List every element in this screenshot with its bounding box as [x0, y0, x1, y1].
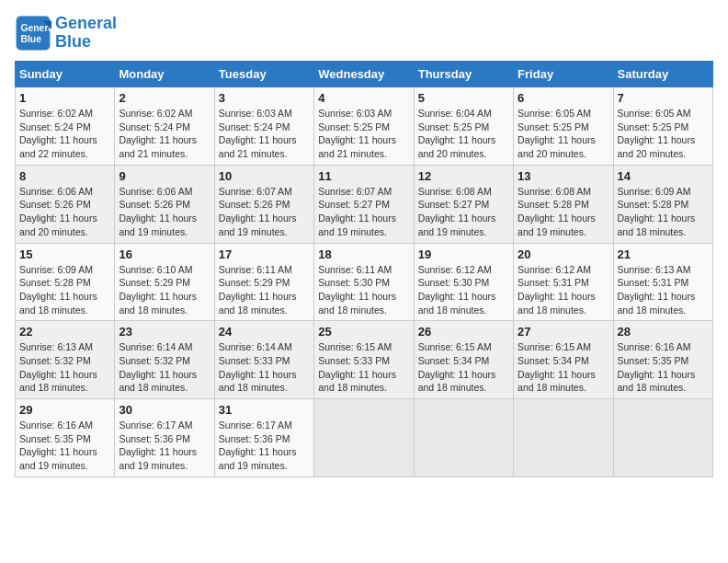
calendar-week-1: 1Sunrise: 6:02 AM Sunset: 5:24 PM Daylig…	[16, 87, 713, 166]
calendar-cell: 16Sunrise: 6:10 AM Sunset: 5:29 PM Dayli…	[115, 243, 214, 321]
calendar-cell: 11Sunrise: 6:07 AM Sunset: 5:27 PM Dayli…	[314, 165, 414, 243]
calendar-week-5: 29Sunrise: 6:16 AM Sunset: 5:35 PM Dayli…	[16, 399, 713, 477]
day-detail: Sunrise: 6:03 AM Sunset: 5:24 PM Dayligh…	[219, 107, 310, 161]
calendar-container: General Blue GeneralBlue SundayMondayTue…	[15, 15, 713, 477]
calendar-cell: 5Sunrise: 6:04 AM Sunset: 5:25 PM Daylig…	[414, 87, 513, 166]
day-number: 24	[219, 325, 310, 339]
day-number: 18	[318, 247, 409, 261]
day-detail: Sunrise: 6:15 AM Sunset: 5:34 PM Dayligh…	[418, 340, 509, 395]
day-detail: Sunrise: 6:09 AM Sunset: 5:28 PM Dayligh…	[19, 263, 110, 317]
day-detail: Sunrise: 6:05 AM Sunset: 5:25 PM Dayligh…	[518, 107, 609, 161]
day-number: 6	[518, 91, 609, 105]
day-detail: Sunrise: 6:09 AM Sunset: 5:28 PM Dayligh…	[618, 185, 709, 239]
weekday-header-saturday: Saturday	[613, 62, 712, 87]
day-detail: Sunrise: 6:16 AM Sunset: 5:35 PM Dayligh…	[19, 419, 110, 473]
day-number: 14	[618, 169, 709, 183]
day-detail: Sunrise: 6:06 AM Sunset: 5:26 PM Dayligh…	[19, 185, 110, 239]
calendar-cell: 30Sunrise: 6:17 AM Sunset: 5:36 PM Dayli…	[115, 399, 214, 477]
calendar-cell: 23Sunrise: 6:14 AM Sunset: 5:32 PM Dayli…	[115, 321, 214, 399]
day-detail: Sunrise: 6:07 AM Sunset: 5:27 PM Dayligh…	[318, 185, 409, 239]
calendar-cell	[613, 399, 712, 477]
weekday-header-row: SundayMondayTuesdayWednesdayThursdayFrid…	[16, 62, 713, 87]
logo: General Blue GeneralBlue	[15, 15, 117, 52]
logo-text: GeneralBlue	[55, 15, 117, 52]
calendar-week-4: 22Sunrise: 6:13 AM Sunset: 5:32 PM Dayli…	[16, 321, 713, 399]
day-number: 16	[119, 247, 210, 261]
calendar-cell: 15Sunrise: 6:09 AM Sunset: 5:28 PM Dayli…	[16, 243, 115, 321]
calendar-cell: 24Sunrise: 6:14 AM Sunset: 5:33 PM Dayli…	[214, 321, 313, 399]
day-number: 7	[618, 91, 709, 105]
calendar-cell: 12Sunrise: 6:08 AM Sunset: 5:27 PM Dayli…	[414, 165, 513, 243]
day-detail: Sunrise: 6:07 AM Sunset: 5:26 PM Dayligh…	[219, 185, 310, 239]
day-detail: Sunrise: 6:14 AM Sunset: 5:32 PM Dayligh…	[119, 340, 210, 395]
day-detail: Sunrise: 6:15 AM Sunset: 5:34 PM Dayligh…	[518, 340, 609, 395]
calendar-cell: 29Sunrise: 6:16 AM Sunset: 5:35 PM Dayli…	[16, 399, 115, 477]
day-detail: Sunrise: 6:13 AM Sunset: 5:31 PM Dayligh…	[618, 263, 709, 317]
calendar-cell: 22Sunrise: 6:13 AM Sunset: 5:32 PM Dayli…	[16, 321, 115, 399]
day-number: 11	[318, 169, 409, 183]
calendar-cell: 3Sunrise: 6:03 AM Sunset: 5:24 PM Daylig…	[214, 87, 313, 166]
weekday-header-sunday: Sunday	[16, 62, 115, 87]
day-detail: Sunrise: 6:13 AM Sunset: 5:32 PM Dayligh…	[19, 340, 110, 395]
logo-icon: General Blue	[15, 15, 51, 52]
svg-text:Blue: Blue	[20, 34, 41, 44]
calendar-cell: 19Sunrise: 6:12 AM Sunset: 5:30 PM Dayli…	[414, 243, 513, 321]
day-number: 22	[19, 325, 110, 339]
day-detail: Sunrise: 6:17 AM Sunset: 5:36 PM Dayligh…	[219, 419, 310, 473]
day-detail: Sunrise: 6:15 AM Sunset: 5:33 PM Dayligh…	[318, 340, 409, 395]
day-detail: Sunrise: 6:12 AM Sunset: 5:30 PM Dayligh…	[418, 263, 509, 317]
calendar-cell: 21Sunrise: 6:13 AM Sunset: 5:31 PM Dayli…	[613, 243, 712, 321]
day-number: 12	[418, 169, 509, 183]
calendar-week-3: 15Sunrise: 6:09 AM Sunset: 5:28 PM Dayli…	[16, 243, 713, 321]
day-detail: Sunrise: 6:06 AM Sunset: 5:26 PM Dayligh…	[119, 185, 210, 239]
calendar-cell: 27Sunrise: 6:15 AM Sunset: 5:34 PM Dayli…	[514, 321, 613, 399]
day-number: 5	[418, 91, 509, 105]
day-detail: Sunrise: 6:02 AM Sunset: 5:24 PM Dayligh…	[119, 107, 210, 161]
calendar-cell: 10Sunrise: 6:07 AM Sunset: 5:26 PM Dayli…	[214, 165, 313, 243]
day-number: 15	[19, 247, 110, 261]
calendar-cell: 9Sunrise: 6:06 AM Sunset: 5:26 PM Daylig…	[115, 165, 214, 243]
weekday-header-tuesday: Tuesday	[214, 62, 313, 87]
calendar-cell: 1Sunrise: 6:02 AM Sunset: 5:24 PM Daylig…	[16, 87, 115, 166]
calendar-cell	[314, 399, 414, 477]
day-number: 2	[119, 91, 210, 105]
calendar-cell: 4Sunrise: 6:03 AM Sunset: 5:25 PM Daylig…	[314, 87, 414, 166]
day-number: 8	[19, 169, 110, 183]
day-number: 21	[618, 247, 709, 261]
day-detail: Sunrise: 6:11 AM Sunset: 5:30 PM Dayligh…	[318, 263, 409, 317]
day-detail: Sunrise: 6:16 AM Sunset: 5:35 PM Dayligh…	[618, 340, 709, 395]
day-detail: Sunrise: 6:02 AM Sunset: 5:24 PM Dayligh…	[19, 107, 110, 161]
day-number: 13	[518, 169, 609, 183]
day-number: 31	[219, 403, 310, 417]
calendar-cell: 18Sunrise: 6:11 AM Sunset: 5:30 PM Dayli…	[314, 243, 414, 321]
day-detail: Sunrise: 6:08 AM Sunset: 5:27 PM Dayligh…	[418, 185, 509, 239]
weekday-header-friday: Friday	[514, 62, 613, 87]
day-number: 9	[119, 169, 210, 183]
calendar-cell	[514, 399, 613, 477]
day-number: 26	[418, 325, 509, 339]
day-detail: Sunrise: 6:05 AM Sunset: 5:25 PM Dayligh…	[618, 107, 709, 161]
day-number: 19	[418, 247, 509, 261]
day-number: 1	[19, 91, 110, 105]
day-number: 17	[219, 247, 310, 261]
calendar-week-2: 8Sunrise: 6:06 AM Sunset: 5:26 PM Daylig…	[16, 165, 713, 243]
day-detail: Sunrise: 6:11 AM Sunset: 5:29 PM Dayligh…	[219, 263, 310, 317]
day-detail: Sunrise: 6:12 AM Sunset: 5:31 PM Dayligh…	[518, 263, 609, 317]
day-number: 4	[318, 91, 409, 105]
day-detail: Sunrise: 6:08 AM Sunset: 5:28 PM Dayligh…	[518, 185, 609, 239]
day-detail: Sunrise: 6:10 AM Sunset: 5:29 PM Dayligh…	[119, 263, 210, 317]
day-number: 30	[119, 403, 210, 417]
calendar-table: SundayMondayTuesdayWednesdayThursdayFrid…	[15, 61, 713, 477]
weekday-header-wednesday: Wednesday	[314, 62, 414, 87]
calendar-cell: 28Sunrise: 6:16 AM Sunset: 5:35 PM Dayli…	[613, 321, 712, 399]
day-number: 20	[518, 247, 609, 261]
day-number: 29	[19, 403, 110, 417]
calendar-cell: 31Sunrise: 6:17 AM Sunset: 5:36 PM Dayli…	[214, 399, 313, 477]
day-number: 28	[618, 325, 709, 339]
day-detail: Sunrise: 6:03 AM Sunset: 5:25 PM Dayligh…	[318, 107, 409, 161]
day-number: 25	[318, 325, 409, 339]
calendar-cell	[414, 399, 513, 477]
calendar-cell: 8Sunrise: 6:06 AM Sunset: 5:26 PM Daylig…	[16, 165, 115, 243]
weekday-header-thursday: Thursday	[414, 62, 513, 87]
weekday-header-monday: Monday	[115, 62, 214, 87]
